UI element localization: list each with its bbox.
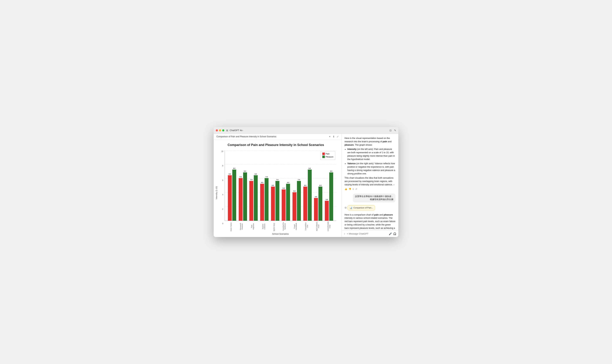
x-label-1: Homework Pressure [240,221,243,231]
compose-icon[interactable]: ✎ [394,129,396,132]
bar-value-pleasure-5: 6.5 [287,182,289,183]
tabs-button[interactable]: ⊞ [226,129,228,132]
bar-rect-pain-2 [249,181,253,221]
x-label-0: Exam Failure [230,221,232,231]
bar-pair-3: 6.57.5 [260,176,268,221]
x-label-6: Forgot Homework [293,221,297,231]
bar-value-pain-0: 8.0 [229,173,231,175]
bar-pair-0: 8.09.0 [228,168,236,221]
bar-rect-pleasure-6 [297,181,301,221]
bar-group-8: 4.06.0 [314,184,322,221]
chat-input[interactable] [347,232,387,235]
bar-group-0: 8.09.0 [228,168,236,221]
bar-group-2: 7.08.0 [249,173,258,221]
bar-pair-7: 6.09.0 [303,168,312,221]
titlebar: ⊞ ChatGPT 4o › ⊡ ✎ [214,127,398,134]
bar-value-pain-5: 5.5 [283,187,285,189]
share-icon[interactable]: ⊡ [389,129,392,132]
bar-value-pain-6: 5.0 [293,190,296,192]
download-icon[interactable]: ⬇ [333,135,335,138]
bar-value-pain-2: 7.0 [250,179,252,181]
bar-rect-pain-4 [271,187,275,221]
bar-pleasure-1: 8.5 [243,170,247,221]
bar-group-7: 6.09.0 [303,168,312,221]
headphone-icon[interactable]: 🎧 [393,232,396,235]
bar-value-pain-4: 6.0 [272,184,274,186]
bar-rect-pain-1 [239,178,243,221]
bar-value-pain-1: 7.5 [239,176,242,178]
y-label-8: 8 [222,165,223,167]
thumbs-up-icon[interactable]: 👍 [345,187,347,191]
bar-rect-pain-3 [260,184,264,221]
bar-value-pleasure-7: 9.0 [308,168,311,169]
close-button[interactable] [216,129,218,131]
bar-pain-3: 6.5 [260,182,264,221]
model-indicator: › [243,129,243,131]
bar-rect-pain-5 [282,189,286,221]
chat-reactions-1: 👍 👎 ⎘ ↺ [345,187,395,191]
copy-icon[interactable]: ⎘ [353,187,354,191]
bar-pleasure-9: 8.5 [329,170,333,221]
bar-rect-pleasure-7 [308,169,312,221]
bar-rect-pleasure-9 [329,172,333,221]
traffic-lights [216,129,224,131]
bar-rect-pain-7 [303,187,307,221]
chat-messages: Here is the visual representation based … [342,134,398,230]
refresh-icon[interactable]: ↺ [355,187,357,191]
mic-icon[interactable]: 🎤 [389,232,392,235]
bar-group-4: 6.07.0 [271,179,279,221]
bar-pain-0: 8.0 [228,173,232,221]
bar-pain-1: 7.5 [239,176,243,221]
bar-pleasure-7: 9.0 [308,168,312,221]
chat-message-2: Here is a comparison chart of pain and p… [345,213,395,230]
chart-ref-bubble[interactable]: 📊 Comparison of Pain... [348,205,375,210]
bar-group-3: 6.57.5 [260,176,268,221]
bar-rect-pleasure-3 [265,178,268,221]
bar-pair-5: 5.56.5 [282,182,290,221]
plus-icon[interactable]: + [344,232,346,235]
bar-value-pain-9: 3.5 [326,199,328,200]
x-axis-title: School Scenarios [225,233,336,235]
expand-icon[interactable]: ⤢ [336,135,339,138]
minimize-button[interactable] [219,129,221,131]
bar-value-pleasure-3: 7.5 [265,176,268,178]
chart-ref-label: Comparison of Pain... [353,207,373,209]
bars-container: 8.09.07.58.57.08.06.57.56.07.05.56.55.07… [225,150,336,221]
chart-content: Comparison of Pain and Pleasure Intensit… [214,140,342,237]
main-layout: Comparison of Pain and Pleasure Intensit… [214,134,398,237]
bar-group-5: 5.56.5 [282,182,290,221]
maximize-button[interactable] [222,129,224,131]
x-labels: Exam FailureHomework PressurePeer Reject… [225,221,336,231]
msg1-para1: Here is the visual representation based … [345,137,395,146]
x-label-9: Uncomfortable Chair [327,221,331,231]
bar-pain-6: 5.0 [292,190,296,221]
bar-pair-9: 3.58.5 [325,170,333,221]
bar-value-pleasure-0: 9.0 [233,168,236,169]
bar-value-pleasure-8: 6.0 [319,184,322,186]
bar-pain-5: 5.5 [282,187,286,221]
sparkle-icon[interactable]: ✦ [329,135,331,138]
bar-pain-4: 6.0 [271,184,275,221]
chart-panel: Comparison of Pain and Pleasure Intensit… [214,134,342,237]
msg2-para1: Here is a comparison chart of pain and p… [345,213,395,230]
chat-message-1: Here is the visual representation based … [345,137,395,191]
x-label-7: Competition Loss [305,221,308,231]
bar-group-9: 3.58.5 [325,170,333,221]
thumbs-down-icon[interactable]: 👎 [349,187,351,191]
bar-value-pain-7: 6.0 [304,184,306,186]
bar-pleasure-8: 6.0 [319,184,322,221]
chart-header-title: Comparison of Pain and Pleasure Intensit… [217,135,276,138]
chart-title: Comparison of Pain and Pleasure Intensit… [227,143,324,147]
chart-ref-icon: 📊 [349,207,352,209]
bar-pair-1: 7.58.5 [239,170,247,221]
settings-icon-row: ⚙ 📊 Comparison of Pain... [345,205,395,210]
x-label-3: Teacher Criticism [262,221,265,231]
bar-rect-pain-0 [228,175,232,221]
bar-rect-pleasure-4 [276,181,279,221]
bar-pair-8: 4.06.0 [314,184,322,221]
chart-plot: 8.09.07.58.57.08.06.57.56.07.05.56.55.07… [225,150,336,235]
user-bubble-container: 設置學生在學校內十個痛感和十個快感，根據現有資料做出對比圖 [345,194,395,202]
settings-icon[interactable]: ⚙ [345,206,347,209]
bar-pleasure-2: 8.0 [254,173,258,221]
bar-rect-pleasure-2 [254,175,258,221]
